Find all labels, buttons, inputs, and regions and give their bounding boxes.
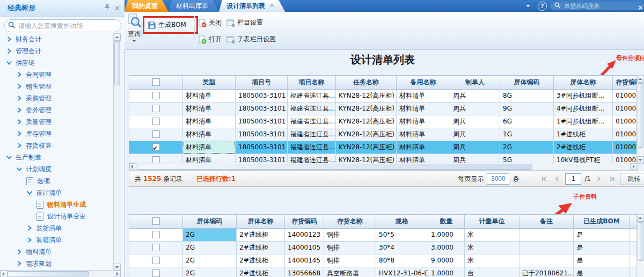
scrollbar-thumb[interactable]: [137, 164, 532, 170]
row-checkbox-cell[interactable]: [129, 254, 183, 267]
row-checkbox[interactable]: [152, 244, 160, 251]
tree-item[interactable]: 委外管理: [0, 104, 113, 116]
tree-item[interactable]: 设计清单变更: [0, 210, 113, 222]
scroll-right-icon[interactable]: [114, 271, 121, 277]
select-all-checkbox[interactable]: [152, 78, 160, 86]
open-button[interactable]: 打开: [198, 35, 222, 44]
column-header[interactable]: 屏体编码: [500, 76, 554, 90]
row-checkbox-cell[interactable]: [129, 242, 183, 254]
row-checkbox[interactable]: [152, 269, 160, 277]
chevron-down-icon[interactable]: [526, 5, 530, 9]
row-checkbox-cell[interactable]: [129, 141, 183, 154]
row-checkbox[interactable]: [152, 105, 160, 112]
subtable-column-settings-button[interactable]: 子表栏目设置: [226, 35, 276, 44]
column-header[interactable]: 计量单位: [465, 215, 519, 229]
scrollbar-thumb[interactable]: [114, 41, 120, 85]
column-header[interactable]: 存货编码: [285, 215, 324, 229]
tree-scrollbar-horizontal[interactable]: [0, 270, 121, 277]
jump-button[interactable]: 跳转: [620, 173, 644, 185]
query-button[interactable]: 查询: [126, 13, 142, 48]
row-checkbox-cell[interactable]: [129, 90, 183, 103]
tree-item[interactable]: 质量管理: [0, 116, 113, 128]
tree-item[interactable]: 存货核算: [0, 140, 113, 151]
tree-item[interactable]: 设计清单: [0, 187, 113, 199]
tree-item[interactable]: 计划调度: [0, 163, 113, 175]
column-header[interactable]: 屏体名称: [237, 215, 285, 229]
tab-close-icon[interactable]: ✕: [269, 0, 274, 12]
master-scrollbar-horizontal[interactable]: [129, 163, 638, 171]
tree-item[interactable]: 选项: [0, 175, 113, 187]
sidebar-close-icon[interactable]: ✕: [114, 4, 120, 12]
scrollbar-thumb[interactable]: [8, 271, 89, 276]
per-page-input[interactable]: [487, 173, 509, 185]
next-page-button[interactable]: [594, 174, 604, 184]
tree-item[interactable]: 装箱清单: [0, 234, 113, 246]
scroll-up-icon[interactable]: [637, 215, 644, 222]
table-row[interactable]: 材料清单1805003-3101福建省连江县...KYN28-12(高压柜)材料…: [129, 128, 637, 141]
column-header[interactable]: 存货名称: [324, 215, 376, 229]
tab-item[interactable]: 我的桌面: [125, 0, 169, 12]
row-checkbox-cell[interactable]: [129, 115, 183, 128]
scroll-down-icon[interactable]: [637, 156, 644, 163]
column-header[interactable]: 任务名称: [336, 76, 397, 90]
tree-item[interactable]: 销售管理: [0, 81, 113, 92]
tree-item[interactable]: 库存管理: [0, 128, 113, 140]
tree-scrollbar-vertical[interactable]: [113, 33, 121, 271]
scroll-right-icon[interactable]: [630, 163, 637, 170]
tree-item[interactable]: 财务会计: [0, 33, 113, 45]
row-checkbox-cell[interactable]: [129, 128, 183, 141]
table-row[interactable]: 材料清单1805003-3101福建省连江县...KYN28-12(高压柜)材料…: [129, 90, 637, 103]
table-row[interactable]: 2G2#进线柜13056668真空断路器HVX12-31-06-E1.0000台…: [129, 267, 637, 277]
row-checkbox[interactable]: [152, 118, 160, 125]
last-page-button[interactable]: [607, 174, 617, 184]
row-checkbox[interactable]: [152, 92, 160, 99]
tree-item[interactable]: 供应链: [0, 57, 113, 69]
column-header[interactable]: 已生成BOM: [574, 215, 630, 229]
row-checkbox-cell[interactable]: [129, 267, 183, 277]
column-header[interactable]: 屏体编码: [183, 215, 237, 229]
pin-icon[interactable]: [104, 4, 110, 12]
first-page-button[interactable]: [539, 174, 549, 184]
scroll-up-icon[interactable]: [637, 76, 644, 83]
tree-item[interactable]: 物料清单: [0, 246, 113, 258]
row-checkbox-cell[interactable]: [129, 229, 183, 242]
scroll-left-icon[interactable]: [129, 163, 136, 170]
column-header[interactable]: 项目号: [236, 76, 288, 90]
select-all-checkbox[interactable]: [152, 217, 160, 225]
detail-scrollbar-vertical[interactable]: [636, 214, 644, 277]
column-header[interactable]: 数量: [428, 215, 465, 229]
column-header[interactable]: 类型: [183, 76, 236, 90]
column-header[interactable]: 存货编码: [613, 76, 637, 90]
tree-item[interactable]: 物料清单生成: [0, 199, 113, 210]
tab-active[interactable]: 设计清单列表✕: [219, 0, 285, 12]
close-button[interactable]: 关闭: [198, 18, 222, 27]
window-close-icon[interactable]: ✕: [638, 4, 643, 12]
tree-item[interactable]: 采购管理: [0, 92, 113, 104]
table-row[interactable]: 材料清单1805003-3101福建省连江县...KYN28-12(高压柜)材料…: [129, 115, 637, 128]
help-icon[interactable]: ?: [538, 2, 547, 11]
tree-item[interactable]: 合同管理: [0, 69, 113, 81]
scrollbar-thumb[interactable]: [638, 222, 643, 261]
column-header[interactable]: 项目名称: [288, 76, 336, 90]
barcode-search[interactable]: [550, 2, 643, 10]
row-checkbox[interactable]: [152, 231, 160, 238]
sidebar-search-input[interactable]: [17, 21, 118, 30]
tree-item[interactable]: 发货清单: [0, 222, 113, 234]
table-row[interactable]: 2G2#进线柜14000145铜排80*89.0000米是: [129, 254, 637, 267]
column-settings-button[interactable]: 栏目设置: [226, 18, 263, 27]
prev-page-button[interactable]: [552, 174, 562, 184]
page-number-input[interactable]: [565, 173, 581, 185]
scroll-left-icon[interactable]: [1, 271, 8, 277]
scrollbar-thumb[interactable]: [638, 83, 643, 148]
row-checkbox-cell[interactable]: [129, 103, 183, 115]
table-row[interactable]: 材料清单1805003-3101福建省连江县...KYN28-12(高压柜)材料…: [129, 141, 637, 154]
master-scrollbar-vertical[interactable]: [636, 75, 644, 164]
tree-item[interactable]: 需求规划: [0, 258, 113, 269]
tab-item[interactable]: 材料出库单: [169, 0, 219, 12]
tree-item[interactable]: 生产制造: [0, 151, 113, 163]
column-header[interactable]: 屏体名称: [554, 76, 613, 90]
table-row[interactable]: 2G2#进线柜14000123铜排50*51.0000米是: [129, 229, 637, 242]
column-header[interactable]: 备用名称: [397, 76, 450, 90]
row-checkbox[interactable]: [152, 130, 160, 138]
table-row[interactable]: 2G2#进线柜14000105铜排30*43.0000米是: [129, 242, 637, 254]
